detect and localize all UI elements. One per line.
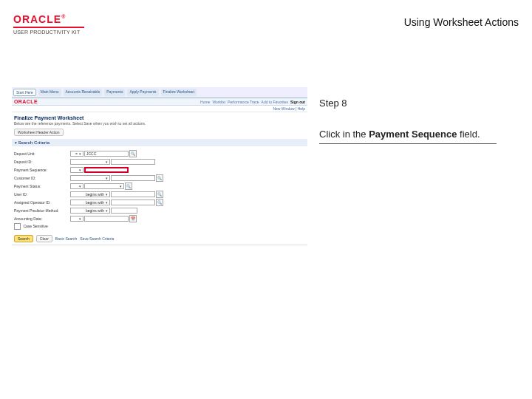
search-form: Deposit Unit: = JCCC 🔍 Deposit ID: Payme… [12, 148, 307, 232]
helper-text: Below are the reference payments. Select… [12, 121, 307, 128]
breadcrumb-tab[interactable]: Apply Payments [127, 89, 158, 96]
search-button[interactable]: Search [14, 235, 33, 242]
page-title: Using Worksheet Actions [404, 16, 519, 28]
payment-method-field[interactable] [111, 208, 137, 214]
nav-link-trace[interactable]: Performance Trace [228, 100, 259, 104]
op-deposit-unit[interactable]: = [70, 151, 83, 157]
breadcrumb-tab[interactable]: Payments [104, 89, 125, 96]
brand-rule [13, 27, 84, 28]
app-screenshot: Start Here Main Menu Accounts Receivable… [12, 87, 307, 253]
payment-status-field[interactable] [84, 183, 124, 189]
label-user-id: User ID: [14, 192, 70, 197]
step-label: Step 8 [319, 98, 519, 109]
deposit-id-field[interactable] [111, 159, 155, 165]
breadcrumb-tabbar: Start Here Main Menu Accounts Receivable… [12, 87, 307, 98]
op-payment-sequence[interactable] [70, 167, 83, 173]
button-bar: Search Clear Basic Search Save Search Cr… [12, 232, 307, 242]
label-deposit-id: Deposit ID: [14, 160, 70, 164]
breadcrumb-tab[interactable]: Finalize Worksheet [161, 89, 197, 96]
link-basic-search[interactable]: Basic Search [55, 236, 77, 241]
brand-block: ORACLE® USER PRODUCTIVITY KIT [13, 13, 102, 35]
clear-button[interactable]: Clear [36, 235, 52, 242]
app-header-bar: ORACLE Home Worklist Performance Trace A… [12, 98, 307, 106]
product-line: USER PRODUCTIVITY KIT [13, 30, 102, 35]
section-title: Finalize Payment Worksheet [12, 112, 307, 121]
deposit-unit-field[interactable]: JCCC [84, 151, 129, 157]
label-payment-method: Payment Predictor Method: [14, 208, 70, 213]
label-payment-sequence: Payment Sequence: [14, 168, 70, 172]
label-assigned-oper: Assigned Operator ID: [14, 200, 70, 205]
op-payment-method[interactable]: begins with [70, 208, 110, 214]
nav-link-signout[interactable]: Sign out [290, 100, 305, 104]
lookup-icon[interactable]: 🔍 [129, 150, 137, 157]
link-save-search[interactable]: Save Search Criteria [80, 236, 114, 241]
label-customer-id: Customer ID: [14, 176, 70, 180]
op-deposit-id[interactable] [70, 159, 110, 165]
instruction-panel: Step 8 Click in the Payment Sequence fie… [319, 98, 519, 144]
label-accounting-date: Accounting Date: [14, 216, 70, 221]
oracle-wordmark: ORACLE® [13, 13, 102, 25]
checkbox-case-sensitive[interactable] [14, 223, 21, 230]
instruction-underline [319, 143, 497, 144]
search-criteria-band[interactable]: Search Criteria [12, 139, 307, 146]
label-payment-status: Payment Status: [14, 184, 70, 188]
op-assigned-oper[interactable]: begins with [70, 200, 110, 205]
nav-link-home[interactable]: Home [200, 100, 210, 104]
assigned-oper-field[interactable] [111, 200, 155, 205]
lookup-icon[interactable]: 🔍 [156, 191, 163, 198]
status-line[interactable]: New Window | Help [12, 106, 307, 112]
nav-link-fav[interactable]: Add to Favorites [262, 100, 288, 104]
customer-id-field[interactable] [111, 175, 155, 181]
oracle-mini-logo: ORACLE [14, 99, 38, 104]
label-deposit-unit: Deposit Unit: [14, 151, 70, 156]
payment-sequence-field[interactable] [84, 167, 129, 173]
op-payment-status[interactable] [70, 183, 83, 189]
op-accounting-date[interactable] [70, 216, 83, 222]
op-user-id[interactable]: begins with [70, 191, 110, 197]
label-case-sensitive: Case Sensitive [23, 224, 47, 228]
accounting-date-field[interactable] [84, 216, 129, 222]
lookup-icon[interactable]: 🔍 [156, 199, 163, 206]
footer-rule [12, 245, 307, 245]
instruction-text: Click in the Payment Sequence field. [319, 128, 519, 144]
calendar-icon[interactable]: 📅 [129, 215, 137, 222]
nav-link-worklist[interactable]: Worklist [212, 100, 225, 104]
breadcrumb-tab[interactable]: Start Here [13, 89, 36, 96]
breadcrumb-tab[interactable]: Main Menu [38, 89, 61, 96]
worksheet-action-tab[interactable]: Worksheet Header Action [14, 129, 64, 136]
user-id-field[interactable] [111, 191, 155, 197]
lookup-icon[interactable]: 🔍 [156, 174, 163, 182]
op-customer-id[interactable] [70, 175, 110, 181]
lookup-icon[interactable]: 🔍 [125, 183, 132, 190]
breadcrumb-tab[interactable]: Accounts Receivable [64, 89, 103, 96]
